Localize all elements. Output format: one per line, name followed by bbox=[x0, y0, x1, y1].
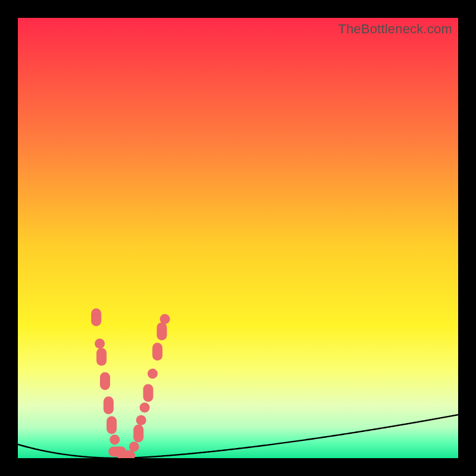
data-marker bbox=[100, 372, 110, 390]
data-marker bbox=[107, 416, 117, 434]
bottleneck-curve-layer bbox=[18, 18, 458, 458]
data-marker bbox=[104, 396, 114, 414]
plot-area: TheBottleneck.com bbox=[18, 18, 458, 458]
data-marker bbox=[152, 343, 162, 361]
bottleneck-curve bbox=[18, 415, 458, 458]
data-marker bbox=[160, 314, 170, 324]
chart-frame: TheBottleneck.com bbox=[0, 0, 476, 476]
watermark-text: TheBottleneck.com bbox=[338, 21, 452, 37]
data-marker bbox=[91, 308, 101, 326]
data-marker bbox=[136, 415, 146, 425]
data-marker bbox=[129, 441, 139, 452]
data-marker bbox=[148, 368, 158, 378]
data-marker bbox=[109, 434, 120, 444]
data-marker bbox=[143, 384, 154, 402]
data-marker bbox=[133, 425, 143, 443]
data-marker bbox=[140, 402, 150, 412]
data-marker bbox=[156, 322, 167, 340]
data-marker bbox=[117, 450, 135, 458]
data-marker bbox=[95, 339, 105, 349]
data-marker bbox=[96, 348, 107, 366]
data-markers bbox=[91, 308, 170, 458]
